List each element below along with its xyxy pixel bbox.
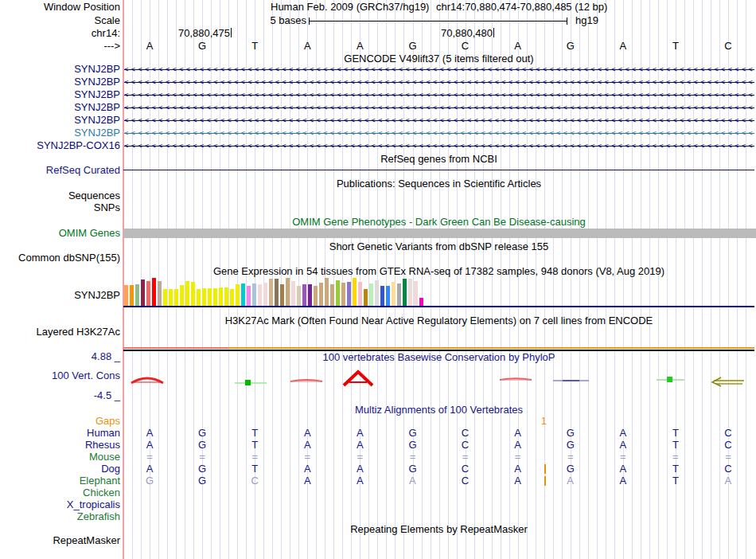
- multiz-base-letter: G: [407, 440, 418, 451]
- multiz-species-label-mouse[interactable]: Mouse: [0, 452, 120, 463]
- gencode-gene-item[interactable]: <<<<<<<<<<<<<<<<<<<<<<<<<<<<<<<<<<<<<<<<…: [124, 78, 754, 87]
- chrom-label: chr14:: [0, 28, 120, 39]
- gtex-tissue-bar: [397, 283, 401, 306]
- repeatmasker-track-title: Repeating Elements by RepeatMasker: [123, 524, 754, 535]
- gtex-tissue-bar: [263, 283, 267, 306]
- multiz-base-letter: =: [407, 452, 418, 463]
- h3k27ac-signal-salmon: [123, 347, 228, 349]
- multiz-base-letter: A: [407, 475, 418, 487]
- omim-genes-label[interactable]: OMIM Genes: [0, 228, 120, 239]
- gtex-gene-model-line: [123, 306, 754, 307]
- multiz-base-letter: G: [197, 463, 208, 475]
- snps-label[interactable]: SNPs: [0, 202, 120, 213]
- multiz-base-letter: T: [670, 440, 681, 451]
- ruler-base-letter: A: [616, 41, 630, 52]
- gencode-gene-label[interactable]: SYNJ2BP: [0, 115, 120, 126]
- omim-gene-bar[interactable]: [123, 229, 756, 238]
- multiz-species-label-chicken[interactable]: Chicken: [0, 487, 120, 498]
- multiz-base-letter: A: [354, 428, 365, 439]
- gtex-tissue-bar: [341, 283, 345, 306]
- h3k27ac-track-title: H3K27Ac Mark (Often Found Near Active Re…: [123, 315, 754, 326]
- gtex-tissue-bar: [330, 284, 334, 306]
- gtex-tissue-bar: [141, 280, 145, 306]
- window-position-label: Window Position: [0, 2, 120, 13]
- multiz-base-letter: =: [723, 452, 734, 463]
- gtex-tissue-bar: [252, 283, 256, 306]
- repeatmasker-label[interactable]: RepeatMasker: [0, 535, 120, 546]
- multiz-base-letter: A: [618, 440, 629, 451]
- multiz-species-label-dog[interactable]: Dog: [0, 463, 120, 475]
- gencode-gene-label[interactable]: SYNJ2BP: [0, 102, 120, 113]
- gtex-tissue-bar: [380, 286, 384, 306]
- gencode-gene-item[interactable]: <<<<<<<<<<<<<<<<<<<<<<<<<<<<<<<<<<<<<<<<…: [124, 104, 754, 112]
- multiz-base-letter: =: [512, 452, 524, 463]
- gtex-tissue-bar: [258, 284, 262, 306]
- gencode-gene-label[interactable]: SYNJ2BP: [0, 127, 120, 139]
- phylop-wiggle[interactable]: [123, 362, 756, 402]
- gtex-tissue-bar: [163, 289, 167, 306]
- multiz-base-letter: =: [354, 452, 365, 463]
- gtex-barchart[interactable]: [124, 278, 427, 306]
- refseq-curated-item[interactable]: [123, 170, 754, 170]
- multiz-species-label-gaps[interactable]: Gaps: [0, 416, 120, 427]
- multiz-base-letter: C: [460, 463, 471, 475]
- multiz-species-label-elephant[interactable]: Elephant: [0, 475, 120, 487]
- multiz-base-letter: T: [249, 440, 260, 451]
- multiz-species-label-x_tropicalis[interactable]: X_tropicalis: [0, 499, 120, 510]
- multiz-base-letter: A: [354, 475, 365, 487]
- phylop-peak-3: [344, 372, 372, 385]
- gtex-tissue-bar: [130, 285, 134, 306]
- gtex-tissue-bar: [314, 286, 318, 306]
- cons-track-label[interactable]: 100 Vert. Cons: [0, 370, 120, 381]
- strand-direction-label[interactable]: --->: [0, 41, 120, 52]
- gtex-tissue-bar: [375, 280, 379, 306]
- multiz-base-letter: A: [302, 463, 313, 475]
- scale-genome: hg19: [575, 15, 598, 26]
- position-label: chr14:70,880,474-70,880,485 (12 bp): [436, 2, 607, 13]
- multiz-base-letter: G: [407, 428, 418, 439]
- multiz-base-letter: G: [144, 475, 155, 487]
- sequences-label[interactable]: Sequences: [0, 190, 120, 201]
- multiz-insert-bar: [544, 464, 546, 474]
- multiz-base-letter: A: [144, 428, 155, 439]
- gencode-gene-item[interactable]: <<<<<<<<<<<<<<<<<<<<<<<<<<<<<<<<<<<<<<<<…: [124, 129, 754, 138]
- multiz-species-label-rhesus[interactable]: Rhesus: [0, 440, 120, 451]
- layered-h3k27ac-label[interactable]: Layered H3K27Ac: [0, 326, 120, 338]
- multiz-species-label-zebrafish[interactable]: Zebrafish: [0, 511, 120, 522]
- gtex-tissue-bar: [325, 278, 329, 306]
- gencode-gene-label[interactable]: SYNJ2BP: [0, 89, 120, 100]
- gtex-tissue-bar: [280, 284, 284, 306]
- ruler-base-letter: T: [247, 41, 262, 52]
- gencode-gene-label[interactable]: SYNJ2BP-COX16: [0, 140, 120, 151]
- refseq-curated-label[interactable]: RefSeq Curated: [0, 165, 120, 176]
- common-dbsnp-label[interactable]: Common dbSNP(155): [0, 252, 120, 264]
- gencode-gene-item[interactable]: <<<<<<<<<<<<<<<<<<<<<<<<<<<<<<<<<<<<<<<<…: [124, 116, 754, 125]
- gencode-gene-label[interactable]: SYNJ2BP: [0, 64, 120, 75]
- ruler-base-letter: C: [721, 41, 735, 52]
- h3k27ac-signal-orange: [228, 347, 754, 349]
- cons-max-label: 4.88 _: [0, 351, 120, 362]
- gtex-tissue-bar: [135, 284, 139, 306]
- gencode-gene-item[interactable]: <<<<<<<<<<<<<<<<<<<<<<<<<<<<<<<<<<<<<<<<…: [124, 142, 754, 150]
- gtex-tissue-bar: [197, 289, 201, 306]
- scale-bar-right-tick: [567, 18, 567, 25]
- multiz-base-letter: C: [460, 440, 471, 451]
- gtex-gene-label[interactable]: SYNJ2BP: [0, 290, 120, 301]
- gtex-tissue-bar: [174, 289, 178, 306]
- gtex-tissue-bar: [369, 283, 373, 306]
- gtex-tissue-bar: [224, 287, 228, 306]
- gencode-gene-item[interactable]: <<<<<<<<<<<<<<<<<<<<<<<<<<<<<<<<<<<<<<<<…: [124, 65, 754, 74]
- gtex-tissue-bar: [347, 282, 351, 306]
- coord-tick-label-2: 70,880,480: [362, 28, 493, 39]
- ruler-base-letter: A: [142, 41, 157, 52]
- multiz-species-label-human[interactable]: Human: [0, 428, 120, 439]
- gencode-gene-label[interactable]: SYNJ2BP: [0, 76, 120, 88]
- ruler-base-letter: A: [300, 41, 314, 52]
- gtex-tissue-bar: [319, 283, 323, 306]
- multiz-base-letter: C: [249, 475, 260, 487]
- multiz-base-letter: A: [618, 428, 629, 439]
- omim-track-title: OMIM Gene Phenotypes - Dark Green Can Be…: [123, 217, 754, 228]
- publications-track-title: Publications: Sequences in Scientific Ar…: [123, 178, 754, 190]
- phylop-green-box-1: [245, 380, 251, 385]
- gencode-gene-item[interactable]: <<<<<<<<<<<<<<<<<<<<<<<<<<<<<<<<<<<<<<<<…: [124, 91, 754, 100]
